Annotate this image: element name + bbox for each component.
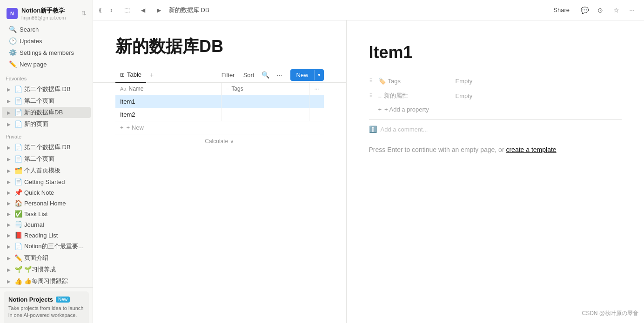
table-row[interactable]: Item1: [115, 95, 324, 108]
table-tab[interactable]: ⊞ Table: [115, 67, 146, 83]
row-more-cell: [309, 108, 324, 121]
db-more-icon[interactable]: ···: [273, 68, 286, 81]
private-list: ▶ 📄 第二个数据库 DB ▶ 📄 第二个页面 ▶ 🗂️ 个人首页模板 ▶ 📄 …: [0, 141, 93, 287]
tree-label: 个人首页模板: [24, 166, 88, 175]
sidebar-item-journal[interactable]: ▶ 🗒️ Journal: [2, 219, 91, 230]
database-panel: 新的数据库DB ⊞ Table + Filter Sort 🔍 ···: [93, 20, 347, 323]
forward-icon[interactable]: ▶: [152, 4, 165, 17]
topbar-nav-icons: ⟪ ↕ ⬚ ◀ ▶: [99, 4, 165, 17]
tags-property-row: ⠿ 🏷️ Tags Empty: [369, 73, 622, 88]
sidebar-item-notion-basics[interactable]: ▶ 📄 Notion的三个最重要的基...: [2, 241, 91, 252]
plus-icon: +: [378, 106, 382, 113]
sidebar-item-personal-home[interactable]: ▶ 🏠 Personal Home: [2, 198, 91, 208]
row-name-cell[interactable]: Item2: [115, 108, 221, 121]
workspace-avatar: N: [7, 8, 18, 19]
calculate-row[interactable]: Calculate ∨: [115, 134, 324, 148]
sidebar-item-fav3[interactable]: ▶ 📄 新的数据库DB: [2, 107, 91, 118]
page-icon: 📄: [14, 144, 22, 151]
sidebar-item-updates[interactable]: 🕐 Updates: [5, 35, 88, 46]
sidebar-item-habits[interactable]: ▶ 🌱 🌱习惯养成: [2, 264, 91, 275]
empty-page-hint: Press Enter to continue with an empty pa…: [369, 138, 622, 161]
sidebar-item-priv1[interactable]: ▶ 📄 第二个数据库 DB: [2, 142, 91, 153]
tags-property-key: 🏷️ Tags: [378, 78, 453, 85]
workspace-name: Notion新手教学: [21, 7, 78, 15]
page-icon: 📄: [14, 243, 22, 250]
more-options-icon[interactable]: ···: [625, 4, 638, 17]
new-button-dropdown[interactable]: ▾: [314, 70, 324, 80]
tags-column-header[interactable]: ≡ Tags: [221, 83, 309, 95]
sidebar-item-priv3[interactable]: ▶ 🗂️ 个人首页模板: [2, 165, 91, 176]
sidebar-nav-label: Updates: [20, 38, 42, 45]
create-template-link[interactable]: create a template: [506, 146, 556, 153]
home-icon: 🏠: [14, 199, 22, 207]
sidebar-item-settings[interactable]: ⚙️ Settings & members: [5, 47, 88, 58]
comment-icon[interactable]: 💬: [578, 4, 591, 17]
help-icon[interactable]: ⊙: [594, 4, 607, 17]
custom-property-row: ⠿ ≡ 新的属性 Empty: [369, 88, 622, 103]
tree-label: 第二个数据库 DB: [24, 85, 88, 93]
add-property-button[interactable]: + + Add a property: [369, 103, 622, 116]
projects-header: Notion Projects New: [8, 296, 84, 303]
add-view-button[interactable]: +: [146, 69, 157, 80]
comment-area[interactable]: ℹ️ Add a comment...: [369, 119, 622, 138]
page-icon: 📄: [14, 86, 22, 93]
sort-button[interactable]: Sort: [240, 70, 258, 80]
sidebar-item-getting-started[interactable]: ▶ 📄 Getting Started: [2, 177, 91, 187]
tags-property-icon: 🏷️: [378, 78, 386, 85]
share-button[interactable]: Share: [548, 5, 575, 15]
sidebar-item-search[interactable]: 🔍 Search: [5, 24, 88, 35]
tree-label: Notion的三个最重要的基...: [24, 242, 88, 250]
tree-arrow-icon: ▶: [6, 167, 12, 174]
sidebar-item-quick-note[interactable]: ▶ 📌 Quick Note: [2, 187, 91, 198]
drag-handle-icon[interactable]: ⠿: [369, 92, 378, 99]
table-row[interactable]: Item2: [115, 108, 324, 121]
star-icon[interactable]: ☆: [610, 4, 623, 17]
tree-label: Task List: [24, 211, 88, 218]
tags-property-value[interactable]: Empty: [453, 77, 622, 86]
sidebar-item-reading-list[interactable]: ▶ 📕 Reading List: [2, 230, 91, 240]
page-icon: 📄: [14, 109, 22, 116]
db-search-icon[interactable]: 🔍: [259, 68, 272, 81]
sidebar-item-priv2[interactable]: ▶ 📄 第二个页面: [2, 153, 91, 165]
sidebar-item-new-page[interactable]: ✏️ New page: [5, 59, 88, 70]
custom-property-value[interactable]: Empty: [453, 92, 622, 100]
calculate-arrow-icon: ∨: [230, 138, 234, 145]
back-icon[interactable]: ◀: [136, 4, 149, 17]
sidebar-nav-label: Search: [20, 26, 39, 33]
template-icon: 🗂️: [14, 167, 22, 174]
item-detail-panel: Item1 ⠿ 🏷️ Tags Empty ⠿ ≡ 新的属性 Empty +: [347, 20, 644, 323]
sidebar-item-fav4[interactable]: ▶ 📄 新的页面: [2, 119, 91, 130]
workspace-email: linjin86@gmail.com: [21, 15, 78, 20]
new-page-icon: ✏️: [8, 60, 17, 68]
sidebar-item-page-intro[interactable]: ▶ ✏️ 页面介绍: [2, 252, 91, 264]
name-column-header[interactable]: Aa Name: [115, 83, 221, 95]
drag-handle-icon[interactable]: ⠿: [369, 78, 378, 84]
more-column-header[interactable]: ···: [309, 83, 324, 95]
new-button[interactable]: New: [290, 69, 314, 81]
sidebar: N Notion新手教学 linjin86@gmail.com ⇅ 🔍 Sear…: [0, 0, 93, 323]
forward-back-icon[interactable]: ⟪: [99, 4, 102, 17]
tree-label: Quick Note: [24, 189, 88, 196]
sidebar-item-task-list[interactable]: ▶ ✅ Task List: [2, 209, 91, 219]
tree-label: 第二个数据库 DB: [24, 143, 88, 152]
row-name-cell[interactable]: Item1: [115, 95, 221, 108]
sidebar-item-fav1[interactable]: ▶ 📄 第二个数据库 DB: [2, 84, 91, 95]
add-new-row-button[interactable]: + + New: [115, 121, 324, 134]
sidebar-item-fav2[interactable]: ▶ 📄 第二个页面: [2, 95, 91, 106]
toggle-icon[interactable]: ↕: [105, 4, 118, 17]
db-tabs-toolbar-row: ⊞ Table + Filter Sort 🔍 ··· New ▾: [93, 67, 346, 83]
tree-arrow-icon: ▶: [6, 200, 12, 206]
content-panels: 新的数据库DB ⊞ Table + Filter Sort 🔍 ···: [93, 20, 644, 323]
tree-arrow-icon: ▶: [6, 189, 12, 196]
tree-label: Journal: [24, 221, 88, 228]
page-icon: 📄: [14, 178, 22, 185]
workspace-header[interactable]: N Notion新手教学 linjin86@gmail.com ⇅: [3, 4, 90, 23]
tree-arrow-icon: ▶: [6, 109, 12, 116]
tree-arrow-icon: ▶: [6, 156, 12, 162]
sidebar-toggle-icon[interactable]: ⬚: [121, 4, 134, 17]
sidebar-item-weekly-habits[interactable]: ▶ 👍 👍每周习惯跟踪: [2, 276, 91, 287]
filter-button[interactable]: Filter: [218, 70, 239, 80]
journal-icon: 🗒️: [14, 221, 22, 228]
tree-arrow-icon: ▶: [6, 221, 12, 228]
db-toolbar: Filter Sort 🔍 ··· New ▾: [218, 68, 324, 81]
